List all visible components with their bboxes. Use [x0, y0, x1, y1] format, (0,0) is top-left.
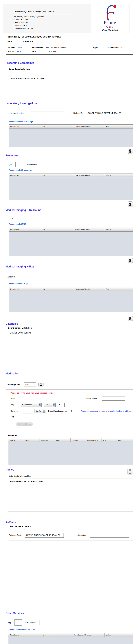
logo-care-re: re [110, 25, 114, 28]
procedures-input[interactable] [41, 162, 133, 167]
other-qty-input[interactable] [14, 619, 22, 626]
clinic-company-no: Company No.8417652-2 [13, 27, 74, 30]
duration-unit-select[interactable]: Day/s [34, 409, 46, 413]
section-title-diagnosis: Diagnosis [6, 322, 139, 326]
drug-th-drug: Drug [24, 438, 40, 442]
procedures-label: Procedures : [27, 164, 41, 166]
chevron-down-icon [43, 410, 46, 413]
lab-investigation-label: Lab Investingation : [9, 112, 30, 114]
procedures-th-department: Department [9, 174, 42, 177]
per-meal-input[interactable] [70, 409, 78, 413]
recommended-xray-link[interactable]: Recommended X-Rays [9, 282, 139, 285]
other-th-status: Status [104, 633, 132, 637]
lab-table: Department ID Investigation/Service Stat… [9, 124, 133, 147]
total-row: Total : [10, 416, 132, 418]
trash-icon [129, 259, 132, 262]
section-title-medication: Medication [6, 372, 139, 375]
uss-delete-button[interactable] [128, 258, 133, 263]
advice-delete-button[interactable] [127, 468, 133, 475]
complaints-text: BREAST USS REPORT TODAY: NORMAL [10, 78, 45, 80]
diagnosis-label: Enter Diagnosis Details Here [8, 327, 139, 329]
drug-th-note: Note [102, 438, 117, 442]
patient-gender-value: Female [116, 46, 122, 49]
recommended-lab-link[interactable]: Recommended Lab Testings [9, 120, 139, 123]
section-title-presenting-complaints: Presenting Complaints [6, 62, 139, 64]
clinic-company-rest: Future Holdings (Pty) Limited [26, 10, 54, 13]
other-th-service: Investigation / Service [73, 633, 104, 637]
add-drug-button[interactable]: Add Drug [16, 422, 33, 426]
xray-input[interactable] [17, 274, 133, 280]
duration-unit-value: Day/s [36, 410, 41, 412]
other-th-department: Department [8, 633, 41, 637]
procedures-qty-input[interactable] [16, 162, 23, 167]
clinic-header: Future Care by Future Holdings (Pty) Lim… [3, 4, 130, 33]
prescription-refresh-button[interactable] [38, 382, 44, 387]
patient-id-label: Patient ID : [8, 46, 17, 49]
patient-age-cell: Age : 37 [93, 46, 108, 49]
patient-gender-label: Gender : [108, 46, 116, 49]
procedures-delete-button[interactable] [128, 202, 133, 207]
lab-referred-value: LEONEL ENRIQUE GUERRA ROSALES [87, 112, 121, 114]
lab-investigation-input[interactable] [30, 111, 64, 115]
xray-table: Department ID Investigation/Service Stat… [9, 287, 133, 312]
way-qty-input[interactable] [58, 403, 64, 407]
complaints-textarea[interactable]: BREAST USS REPORT TODAY: NORMAL [9, 71, 133, 93]
procedures-table: Department ID Investigation/Service Stat… [9, 173, 133, 200]
logo-care-c: C [106, 25, 109, 28]
patient-age-value: 37 [98, 46, 100, 49]
section-title-ultrasound: Medical Imaging Ultra Sound [6, 208, 139, 212]
procedures-table-header: Department ID Investigation/Service Stat… [9, 174, 132, 177]
duration-colon: : [21, 410, 23, 412]
frequency-select-value: OD [45, 404, 48, 406]
uss-input[interactable] [16, 216, 133, 221]
chevron-down-icon [38, 403, 41, 406]
advice-textarea[interactable]: ROUTINE GYNAE EXAM EVERY YEARS [8, 478, 133, 512]
recommended-procedures-link[interactable]: Recommended Procedures [9, 169, 139, 171]
advice-header-row: Advice [6, 468, 133, 475]
prescription-id-input[interactable] [24, 382, 36, 387]
reffering-doctor-input[interactable] [25, 533, 64, 538]
plus-icon [18, 422, 21, 425]
total-label: Total [10, 416, 19, 418]
prescription-row: Prescription ID : [8, 382, 139, 387]
other-services-field-row: Qty : Other Services : [8, 619, 133, 626]
other-services-table: Department ID Investigation / Service St… [8, 633, 133, 644]
uss-th-id: ID [42, 228, 74, 232]
recommended-other-services-link[interactable]: Recommended Other Services [9, 628, 139, 630]
other-services-input[interactable] [39, 620, 133, 625]
prescription-id-label: Prescription ID : [8, 384, 22, 386]
duration-input[interactable] [23, 409, 32, 414]
logo-tagline: Body Mind Soul [91, 29, 128, 31]
per-meal-label: Drugs/Tablets per meal : [48, 410, 68, 412]
lab-delete-button[interactable] [128, 148, 133, 154]
special-notes-input[interactable] [102, 396, 125, 400]
heart-icon: ♥ [109, 26, 110, 28]
medication-entry-panel: Please select the Drug from Drug suggess… [6, 390, 133, 429]
lab-th-id: ID [42, 124, 74, 128]
frequency-select[interactable]: OD [44, 403, 56, 407]
drug-input[interactable] [21, 396, 80, 401]
xray-table-body [9, 291, 132, 312]
way-select[interactable]: Before Meal [21, 403, 42, 407]
xray-delete-button[interactable] [128, 316, 133, 322]
drug-th-frequency: Fequency [40, 438, 55, 442]
section-title-xray: Medical Imaging X-Ray [6, 265, 139, 268]
recommended-uss-link[interactable]: Recommended USS [9, 223, 139, 225]
section-title-advice: Advice [6, 468, 14, 471]
diagnosis-text: BREAST EXAM: NORMAL [10, 332, 31, 334]
special-notes-label: Special Notes [85, 397, 100, 400]
uss-table-header: Department ID Investigation/Service Stat… [9, 228, 132, 232]
xray-delete-row [0, 316, 133, 322]
clinic-company-name: Future Care [13, 10, 24, 13]
patient-row-1: Patient ID : 8348 Patient Name : PURITY … [8, 46, 131, 49]
drug-row: Drug : Special Notes : [10, 396, 132, 401]
clinic-email: E: jude@future.sc [13, 24, 74, 27]
uss-th-status: Status [105, 228, 132, 232]
lab-table-header: Department ID Investigation/Service Stat… [9, 124, 132, 128]
drug-label: Drug [10, 397, 19, 400]
uss-label: USS : [9, 218, 16, 220]
trash-icon [129, 202, 132, 206]
patient-info-box: Patient ID : 8348 Patient Name : PURITY … [6, 45, 133, 54]
consultant-input[interactable] [90, 533, 129, 538]
diagnosis-textarea[interactable]: BREAST EXAM: NORMAL [8, 330, 133, 366]
